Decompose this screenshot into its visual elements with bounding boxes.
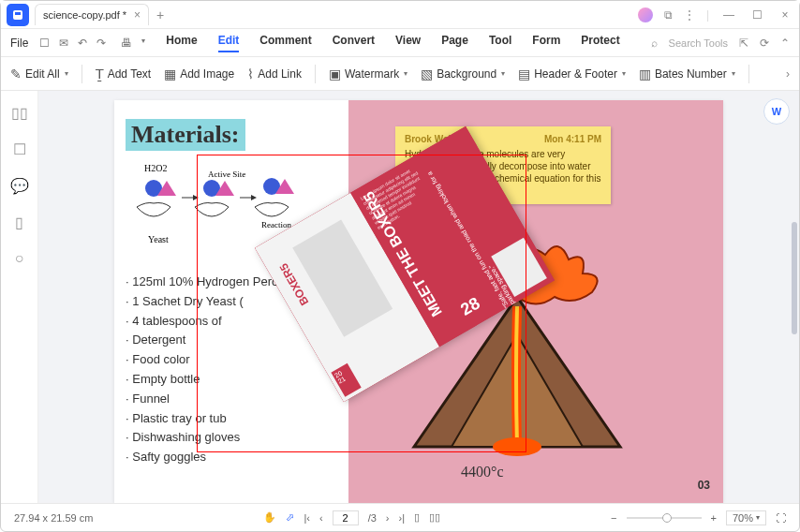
- bookmark-icon[interactable]: ☐: [13, 140, 26, 158]
- menubar: File ☐ ✉ ↶ ↷ 🖶 ▾ Home Edit Comment Conve…: [1, 29, 799, 57]
- tab-edit[interactable]: Edit: [218, 34, 240, 52]
- tab-page[interactable]: Page: [441, 34, 468, 52]
- add-text-tool[interactable]: Ṯ Add Text: [96, 66, 151, 81]
- sticky-time: Mon 4:11 PM: [544, 134, 601, 144]
- next-page-icon[interactable]: ›: [386, 512, 390, 524]
- print-icon[interactable]: 🖶: [121, 37, 132, 50]
- left-sidebar: ▯▯ ☐ 💬 ▯ ○: [1, 91, 38, 503]
- vertical-scrollbar[interactable]: [792, 222, 797, 334]
- document-tab[interactable]: science-copy.pdf * ×: [35, 4, 149, 25]
- tab-view[interactable]: View: [395, 34, 421, 52]
- file-menu[interactable]: File: [10, 37, 28, 50]
- page-dimensions: 27.94 x 21.59 cm: [14, 512, 93, 524]
- zoom-level-select[interactable]: 70% ▾: [726, 510, 766, 525]
- ai-icon[interactable]: [638, 7, 653, 22]
- tab-protect[interactable]: Protect: [581, 34, 619, 52]
- chevron-down-icon: ▾: [501, 69, 505, 78]
- svg-text:Active Site: Active Site: [208, 170, 245, 179]
- list-item: Empty bottle: [126, 370, 337, 390]
- text-icon: Ṯ: [96, 66, 104, 81]
- watermark-icon: ▣: [329, 66, 341, 81]
- hand-tool-icon[interactable]: ✋: [263, 511, 276, 524]
- fit-page-icon[interactable]: ⛶: [776, 512, 786, 524]
- two-page-icon[interactable]: ▯▯: [429, 511, 440, 524]
- header-footer-tool[interactable]: ▤ Header & Footer ▾: [518, 66, 626, 81]
- close-tab-icon[interactable]: ×: [134, 8, 141, 22]
- attachment-icon[interactable]: ▯: [15, 214, 23, 231]
- close-window-icon[interactable]: ×: [777, 7, 793, 23]
- tab-home[interactable]: Home: [166, 34, 197, 52]
- search-tools-input[interactable]: Search Tools: [669, 37, 728, 49]
- document-canvas[interactable]: W Materials: H2O2 Active Site: [38, 91, 799, 503]
- svg-text:Yeast: Yeast: [148, 234, 169, 244]
- zoom-in-icon[interactable]: +: [711, 512, 717, 524]
- list-item: Safty goggles: [126, 448, 337, 467]
- share-icon[interactable]: ⧉: [664, 8, 673, 22]
- save-icon[interactable]: ☐: [39, 37, 50, 50]
- add-image-tool[interactable]: ▦ Add Image: [164, 66, 234, 81]
- tab-convert[interactable]: Convert: [333, 34, 375, 52]
- cloud-icon[interactable]: ⟳: [760, 37, 769, 50]
- svg-marker-13: [251, 195, 257, 200]
- search-icon[interactable]: ⌕: [651, 37, 658, 50]
- redo-icon[interactable]: ↷: [96, 37, 106, 50]
- mail-icon[interactable]: ✉: [59, 37, 68, 50]
- zoom-slider[interactable]: [627, 517, 702, 519]
- svg-marker-12: [193, 195, 199, 200]
- link-icon: ⌇: [247, 66, 254, 81]
- bates-number-tool[interactable]: ▥ Bates Number ▾: [639, 66, 735, 81]
- svg-point-16: [493, 437, 541, 456]
- undo-icon[interactable]: ↶: [78, 37, 87, 50]
- chevron-down-icon: ▾: [622, 69, 626, 78]
- chevron-down-icon: ▾: [65, 69, 68, 78]
- single-page-icon[interactable]: ▯: [414, 511, 420, 524]
- select-tool-icon[interactable]: ⬀: [286, 511, 294, 524]
- toolbar-overflow-icon[interactable]: ›: [786, 67, 790, 81]
- app-window: science-copy.pdf * × + ⧉ ⋮ | — ☐ × File …: [0, 0, 800, 532]
- word-export-badge[interactable]: W: [763, 98, 790, 125]
- flyer-number: 28: [457, 293, 483, 319]
- menu-tabs: Home Edit Comment Convert View Page Tool…: [166, 34, 619, 52]
- current-page-input[interactable]: [333, 510, 359, 525]
- title-right-controls: ⧉ ⋮ | — ☐ ×: [638, 7, 793, 23]
- first-page-icon[interactable]: |‹: [304, 512, 310, 524]
- bates-icon: ▥: [639, 66, 651, 81]
- tab-comment[interactable]: Comment: [259, 34, 311, 52]
- tab-tool[interactable]: Tool: [489, 34, 511, 52]
- list-item: Funnel: [126, 390, 337, 409]
- new-tab-button[interactable]: +: [156, 7, 164, 22]
- header-footer-icon: ▤: [518, 66, 530, 81]
- search-side-icon[interactable]: ○: [15, 250, 24, 267]
- edit-toolbar: ✎ Edit All ▾ Ṯ Add Text ▦ Add Image ⌇ Ad…: [1, 57, 799, 91]
- statusbar: 27.94 x 21.59 cm ✋ ⬀ |‹ ‹ /3 › ›| ▯ ▯▯ −…: [1, 503, 799, 531]
- total-pages: /3: [368, 512, 377, 524]
- tab-form[interactable]: Form: [532, 34, 560, 52]
- list-item: Dishwashing gloves: [126, 428, 337, 448]
- minimize-icon[interactable]: —: [720, 7, 737, 23]
- last-page-icon[interactable]: ›|: [399, 512, 406, 524]
- main-area: ▯▯ ☐ 💬 ▯ ○ W Materials: H2O2 Active Site: [1, 91, 799, 503]
- tab-title: science-copy.pdf *: [43, 9, 126, 21]
- prev-page-icon[interactable]: ‹: [319, 512, 323, 524]
- pencil-icon: ✎: [10, 66, 22, 81]
- chevron-down-icon: ▾: [404, 69, 407, 78]
- background-icon: ▧: [421, 66, 433, 81]
- zoom-out-icon[interactable]: −: [611, 512, 616, 524]
- collapse-ribbon-icon[interactable]: ⌃: [780, 37, 790, 50]
- open-external-icon[interactable]: ⇱: [739, 37, 748, 50]
- svg-text:H2O2: H2O2: [144, 163, 167, 173]
- page-number: 03: [698, 479, 710, 492]
- edit-all-tool[interactable]: ✎ Edit All ▾: [10, 66, 68, 81]
- thumbnails-icon[interactable]: ▯▯: [11, 104, 28, 122]
- background-tool[interactable]: ▧ Background ▾: [421, 66, 505, 81]
- list-item: Plastic tray or tub: [126, 409, 337, 429]
- maximize-icon[interactable]: ☐: [748, 7, 765, 23]
- list-item: Food color: [126, 350, 337, 370]
- watermark-tool[interactable]: ▣ Watermark ▾: [329, 66, 407, 81]
- svg-rect-1: [15, 12, 21, 15]
- titlebar: science-copy.pdf * × + ⧉ ⋮ | — ☐ ×: [1, 1, 799, 29]
- add-link-tool[interactable]: ⌇ Add Link: [247, 66, 302, 81]
- more-icon[interactable]: ⋮: [684, 8, 695, 22]
- comment-icon[interactable]: 💬: [10, 177, 29, 195]
- document-page: Materials: H2O2 Active Site Reaction: [114, 100, 723, 503]
